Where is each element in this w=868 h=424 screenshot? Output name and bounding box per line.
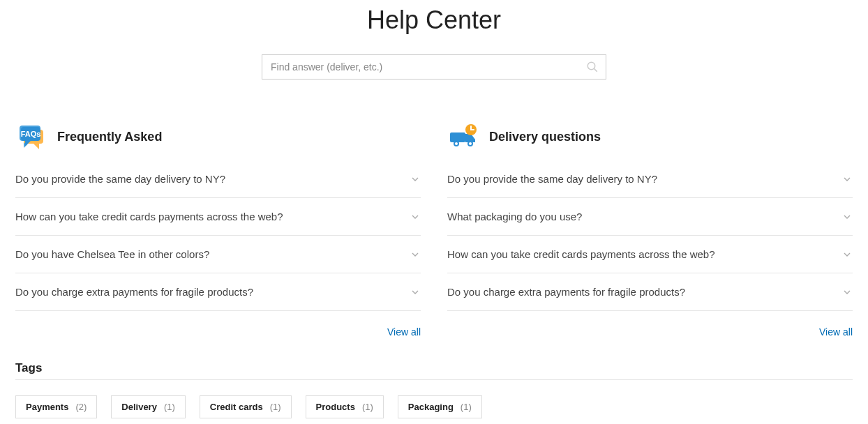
- svg-point-9: [469, 142, 472, 145]
- chevron-down-icon: [410, 174, 421, 185]
- tag-name: Packaging: [408, 402, 454, 412]
- tag-count: (2): [75, 402, 87, 412]
- tag-products[interactable]: Products (1): [306, 395, 384, 418]
- chevron-down-icon: [410, 211, 421, 222]
- tags-title: Tags: [15, 361, 853, 380]
- chevron-down-icon: [410, 249, 421, 260]
- tags-row: Payments (2) Delivery (1) Credit cards (…: [15, 395, 853, 418]
- chevron-down-icon: [841, 174, 853, 185]
- search-box: [262, 54, 606, 80]
- tag-name: Payments: [26, 402, 68, 412]
- columns: FAQs Frequently Asked Do you provide the…: [0, 120, 868, 338]
- chevron-down-icon: [841, 211, 853, 222]
- faq-item-text: Do you charge extra payments for fragile…: [15, 286, 253, 298]
- tag-count: (1): [270, 402, 281, 412]
- tags-section: Tags Payments (2) Delivery (1) Credit ca…: [0, 361, 868, 418]
- search-icon[interactable]: [586, 61, 599, 73]
- col-delivery: Delivery questions Do you provide the sa…: [447, 120, 853, 338]
- faq-item-text: How can you take credit cards payments a…: [15, 211, 283, 222]
- faq-item-text: What packaging do you use?: [447, 211, 582, 222]
- faqs-badge-text: FAQs: [21, 130, 41, 138]
- search-input[interactable]: [262, 55, 606, 79]
- chevron-down-icon: [841, 287, 853, 298]
- faq-item-text: Do you charge extra payments for fragile…: [447, 286, 685, 298]
- chevron-down-icon: [410, 287, 421, 298]
- faq-item-text: How can you take credit cards payments a…: [447, 248, 715, 260]
- tag-payments[interactable]: Payments (2): [15, 395, 97, 418]
- faq-item[interactable]: Do you provide the same day delivery to …: [15, 160, 421, 198]
- tag-credit-cards[interactable]: Credit cards (1): [200, 395, 292, 418]
- svg-rect-5: [450, 132, 465, 142]
- view-all-link[interactable]: View all: [447, 326, 853, 338]
- faq-item[interactable]: Do you provide the same day delivery to …: [447, 160, 853, 198]
- col-delivery-title: Delivery questions: [489, 130, 601, 144]
- tag-count: (1): [164, 402, 175, 412]
- tag-delivery[interactable]: Delivery (1): [111, 395, 185, 418]
- col-faq-header: FAQs Frequently Asked: [15, 120, 421, 153]
- col-faq-title: Frequently Asked: [57, 130, 162, 144]
- tag-name: Credit cards: [210, 402, 263, 412]
- delivery-truck-icon: [447, 120, 481, 153]
- search-container: [0, 54, 868, 80]
- tag-name: Delivery: [121, 402, 157, 412]
- tag-count: (1): [461, 402, 472, 412]
- tag-packaging[interactable]: Packaging (1): [398, 395, 482, 418]
- view-all-link[interactable]: View all: [15, 326, 421, 338]
- faq-item-text: Do you provide the same day delivery to …: [15, 173, 225, 185]
- svg-point-7: [455, 142, 458, 145]
- faq-item-text: Do you have Chelsea Tee in other colors?: [15, 248, 209, 260]
- chevron-down-icon: [841, 249, 853, 260]
- svg-point-0: [588, 62, 595, 70]
- tag-count: (1): [362, 402, 373, 412]
- svg-line-1: [594, 69, 597, 72]
- tag-name: Products: [316, 402, 355, 412]
- faq-item[interactable]: What packaging do you use?: [447, 198, 853, 236]
- faq-item[interactable]: How can you take credit cards payments a…: [15, 198, 421, 236]
- faq-item[interactable]: Do you have Chelsea Tee in other colors?: [15, 236, 421, 273]
- faq-item[interactable]: Do you charge extra payments for fragile…: [447, 273, 853, 311]
- faq-item[interactable]: Do you charge extra payments for fragile…: [15, 273, 421, 311]
- col-delivery-header: Delivery questions: [447, 120, 853, 153]
- page-title: Help Center: [0, 6, 868, 35]
- col-faq: FAQs Frequently Asked Do you provide the…: [15, 120, 421, 338]
- faqs-icon: FAQs: [15, 120, 49, 153]
- faq-item-text: Do you provide the same day delivery to …: [447, 173, 657, 185]
- faq-item[interactable]: How can you take credit cards payments a…: [447, 236, 853, 273]
